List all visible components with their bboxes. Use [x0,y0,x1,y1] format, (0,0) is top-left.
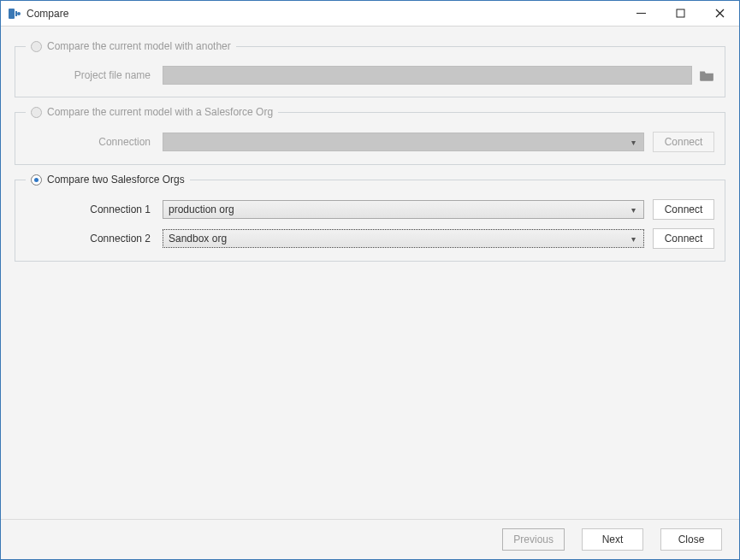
label-connection1: Connection 1 [26,203,163,215]
content-area: Compare the current model with another P… [1,27,739,520]
row-project-file: Project file name [26,66,714,85]
group-compare-model-org-legend[interactable]: Compare the current model with a Salesfo… [26,106,278,118]
maximize-button[interactable] [660,1,700,26]
group-compare-two-orgs: Compare two Salesforce Orgs Connection 1… [15,174,725,262]
browse-folder-icon[interactable] [699,68,714,83]
window-controls [621,1,739,26]
group-compare-two-orgs-legend[interactable]: Compare two Salesforce Orgs [26,174,190,186]
chevron-down-icon: ▾ [626,234,640,244]
select-connection-single: ▾ [163,133,644,151]
svg-rect-0 [9,9,15,19]
label-connection-single: Connection [26,136,163,148]
label-connection2: Connection 2 [26,233,163,245]
input-project-file [163,66,692,85]
svg-rect-1 [15,11,17,16]
select-connection1-value: production org [169,203,234,215]
svg-rect-4 [677,9,684,17]
radio-compare-two-orgs[interactable] [31,174,42,186]
row-connection2: Connection 2 Sandbox org ▾ Connect [26,228,714,249]
window-title: Compare [27,8,68,20]
next-button[interactable]: Next [582,528,643,551]
row-connection-single: Connection ▾ Connect [26,132,714,152]
previous-button: Previous [502,528,565,551]
group-compare-model-org: Compare the current model with a Salesfo… [15,106,725,165]
row-connection1: Connection 1 production org ▾ Connect [26,199,714,220]
dialog-footer: Previous Next Close [1,520,739,559]
connect-button-2[interactable]: Connect [653,228,714,249]
minimize-button[interactable] [621,1,660,26]
chevron-down-icon: ▾ [626,138,640,147]
radio-compare-model-org[interactable] [31,107,42,118]
connect-button-1[interactable]: Connect [653,199,714,220]
close-button[interactable]: Close [660,528,722,551]
group-compare-model-another-legend[interactable]: Compare the current model with another [26,40,236,52]
group-compare-model-another: Compare the current model with another P… [15,40,725,97]
compare-dialog: Compare Compare the current model with a… [0,0,740,560]
chevron-down-icon: ▾ [626,205,640,215]
svg-point-2 [17,12,21,15]
select-connection2-value: Sandbox org [169,233,227,245]
connect-button-single: Connect [653,132,714,152]
close-window-button[interactable] [700,1,739,26]
app-icon [8,7,21,21]
select-connection2[interactable]: Sandbox org ▾ [163,229,644,248]
label-project-file: Project file name [26,69,163,81]
select-connection1[interactable]: production org ▾ [163,200,644,219]
radio-compare-model-another[interactable] [31,41,42,52]
group-compare-model-another-label: Compare the current model with another [47,40,231,52]
group-compare-model-org-label: Compare the current model with a Salesfo… [47,106,273,118]
title-bar: Compare [1,1,739,27]
group-compare-two-orgs-label: Compare two Salesforce Orgs [47,174,185,186]
